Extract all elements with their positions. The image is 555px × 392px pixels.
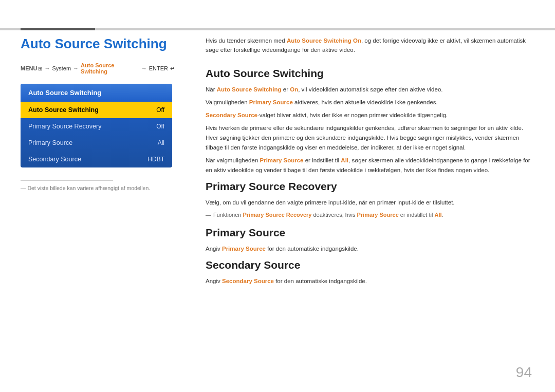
section-secondary-source: Secondary Source Angiv Secondary Source …: [206, 259, 532, 286]
page-title: Auto Source Switching: [21, 36, 175, 52]
menu-word: MENU: [21, 65, 37, 71]
menu-item-primary-source[interactable]: Primary Source All: [21, 135, 172, 151]
highlight-psr: Primary Source Recovery: [243, 212, 311, 218]
intro-highlight: Auto Source Switching On: [287, 38, 361, 44]
enter-label: ENTER: [149, 65, 168, 71]
highlight-ps-2: Primary Source: [222, 246, 266, 252]
section-primary-source: Primary Source Angiv Primary Source for …: [206, 227, 532, 254]
menu-item-secondary-source-label: Secondary Source: [28, 156, 81, 163]
highlight-auto-on: Auto Source Switching: [217, 86, 282, 92]
section-title-primary-recovery: Primary Source Recovery: [206, 180, 532, 193]
system-label: System: [52, 65, 71, 71]
section-title-secondary-source: Secondary Source: [206, 259, 532, 271]
menu-path: MENU ⊞ → System → Auto Source Switching …: [21, 62, 175, 74]
image-note: ― Det viste billede kan variere afhængig…: [21, 185, 175, 191]
section-body-2: Valgmuligheden Primary Source aktiveres,…: [206, 98, 532, 107]
menu-item-primary-recovery-label: Primary Source Recovery: [28, 123, 101, 130]
highlight-primary-source-2: Primary Source: [260, 157, 303, 163]
top-border-accent: [21, 28, 95, 30]
section-primary-recovery: Primary Source Recovery Vælg, om du vil …: [206, 180, 532, 220]
section-body-ps: Angiv Primary Source for den automatiske…: [206, 244, 532, 254]
menu-item-secondary-source-value: HDBT: [147, 156, 164, 163]
menu-item-secondary-source[interactable]: Secondary Source HDBT: [21, 151, 172, 167]
section-body-4: Hvis hverken de primære eller de sekundæ…: [206, 123, 532, 153]
menu-icon: ⊞: [38, 66, 42, 71]
menu-item-primary-source-value: All: [158, 139, 164, 146]
section-body-1: Når Auto Source Switching er On, vil vid…: [206, 85, 532, 95]
section-title-auto-switching: Auto Source Switching: [206, 67, 532, 80]
intro-paragraph: Hvis du tænder skærmen med Auto Source S…: [206, 36, 532, 55]
section-auto-switching: Auto Source Switching Når Auto Source Sw…: [206, 67, 532, 175]
menu-item-auto-source-label: Auto Source Switching: [28, 106, 99, 114]
note-psr-text: Funktionen Primary Source Recovery deakt…: [213, 211, 443, 220]
enter-icon: ↵: [170, 65, 175, 72]
right-column: Hvis du tænder skærmen med Auto Source S…: [190, 36, 555, 392]
note-dash: ―: [206, 211, 211, 220]
highlight-secondary-source: Secondary Source: [206, 112, 257, 118]
section-body-psr: Vælg, om du vil gendanne den valgte prim…: [206, 198, 532, 208]
highlight-primary-source: Primary Source: [249, 99, 293, 105]
note-psr: ― Funktionen Primary Source Recovery dea…: [206, 211, 532, 220]
highlight-all: All: [341, 157, 348, 163]
section-title-primary-source: Primary Source: [206, 227, 532, 239]
page-number: 94: [516, 364, 532, 381]
section-body-5: Når valgmuligheden Primary Source er ind…: [206, 156, 532, 175]
section-body-ss: Angiv Secondary Source for den automatis…: [206, 276, 532, 286]
highlight-on: On: [290, 86, 298, 92]
section-body-3: Secondary Source-valget bliver aktivt, h…: [206, 110, 532, 120]
menu-item-primary-recovery-value: Off: [156, 123, 164, 130]
menu-item-primary-recovery[interactable]: Primary Source Recovery Off: [21, 118, 172, 135]
ui-menu-box: Auto Source Switching Auto Source Switch…: [21, 84, 172, 167]
divider-line: [21, 180, 113, 181]
content-area: Auto Source Switching MENU ⊞ → System → …: [0, 0, 555, 392]
ui-menu-title: Auto Source Switching: [21, 84, 172, 102]
menu-item-primary-source-label: Primary Source: [28, 139, 72, 146]
highlight-all-2: All: [434, 212, 441, 218]
menu-item-auto-source[interactable]: Auto Source Switching Off: [21, 102, 172, 118]
menu-item-auto-source-value: Off: [156, 106, 164, 114]
left-column: Auto Source Switching MENU ⊞ → System → …: [0, 36, 190, 392]
switching-label: Auto Source Switching: [81, 62, 139, 74]
highlight-ss: Secondary Source: [222, 278, 274, 284]
highlight-ps: Primary Source: [357, 212, 398, 218]
